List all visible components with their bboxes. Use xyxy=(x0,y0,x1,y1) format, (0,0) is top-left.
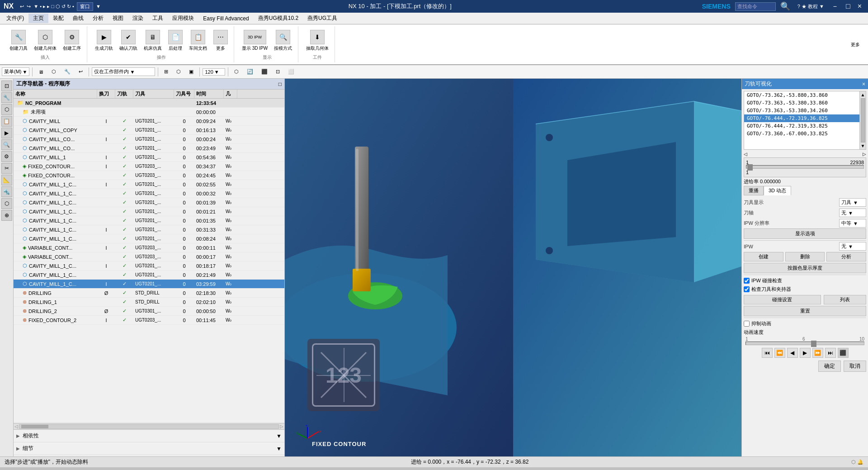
table-row[interactable]: ⊗DRILLING Ø ✓ STD_DRILL 0 02:18:30 W₀ xyxy=(14,289,284,298)
toolbar-icon2[interactable]: ⬡ xyxy=(48,67,59,76)
suppress-anim-checkbox[interactable] xyxy=(744,321,750,327)
sidebar-icon-11[interactable]: ⬡ xyxy=(1,198,12,209)
ipw-section-dropdown[interactable]: 无 ▼ xyxy=(839,242,866,251)
tree-hscroll[interactable]: ◁ ▷ xyxy=(14,423,284,429)
dependency-expand-icon[interactable]: ▼ xyxy=(276,433,282,439)
sidebar-icon-10[interactable]: 🔩 xyxy=(1,186,12,197)
search-icon[interactable]: 🔍 xyxy=(778,1,793,11)
goto-right-arrow[interactable]: ▷ xyxy=(863,152,866,157)
op-tree-expand[interactable]: □ xyxy=(278,81,282,87)
table-row[interactable]: ⊗DRILLING_2 Ø ✓ UGT0301_... 0 00:00:50 W… xyxy=(14,307,284,316)
sidebar-icon-12[interactable]: ⊕ xyxy=(1,210,12,221)
goto-scroll-down[interactable]: ▼ xyxy=(861,143,865,148)
toolbar-icon5[interactable]: ⊞ xyxy=(161,67,171,76)
window-dropdown-arrow[interactable]: ▼ xyxy=(96,4,101,9)
filter-dropdown[interactable]: 仅在工作部件内 ▼ xyxy=(92,67,155,76)
pb-step-back[interactable]: ◀ xyxy=(787,348,798,358)
minimize-btn[interactable]: － xyxy=(829,2,841,11)
mode-btn[interactable]: 🔍 按模方式 xyxy=(272,28,294,53)
toolbar-undo[interactable]: ↩ xyxy=(20,4,24,9)
menu-yanxiu2[interactable]: 燕秀UG工具 xyxy=(303,14,342,23)
table-row[interactable]: ◈FIXED_CONTOUR... ✓ UGT0203_... 0 00:24:… xyxy=(14,171,284,180)
sidebar-icon-5[interactable]: ▶ xyxy=(1,128,12,138)
display-options-btn[interactable]: 显示选项 xyxy=(744,228,866,239)
tool-viz-close[interactable]: × xyxy=(862,81,865,87)
color-display-btn[interactable]: 按颜色显示厚度 xyxy=(744,263,866,273)
create-tool-btn[interactable]: 🔧 创建刀具 xyxy=(7,28,30,53)
toolbar-icon6[interactable]: ⬡ xyxy=(173,67,184,76)
sidebar-icon-7[interactable]: ⚙ xyxy=(1,151,12,162)
menu-home[interactable]: 主页 xyxy=(28,14,48,23)
zoom-dropdown[interactable]: 120 ▼ xyxy=(203,68,225,76)
sidebar-icon-2[interactable]: 🔧 xyxy=(1,92,12,103)
toolbar-icon1[interactable]: 🖥 xyxy=(35,68,47,76)
shop-doc-btn[interactable]: 📋 车间文档 xyxy=(187,28,209,53)
menu-view[interactable]: 视图 xyxy=(108,14,128,23)
table-row[interactable]: ◈VARIABLE_CONT... I ✓ UGT0203_... 0 00:0… xyxy=(14,243,284,252)
menu-dropdown[interactable]: 菜单(M) ▼ xyxy=(2,67,29,76)
table-row[interactable]: ⬡CAVITY_MILL_1_C... I ✓ UGT0201_... 0 00… xyxy=(14,180,284,189)
table-row[interactable]: ⬡CAVITY_MILL_1_C... I ✓ UGT0201_... 0 00… xyxy=(14,261,284,271)
table-row[interactable]: ⬡CAVITY_MILL_1_C... ✓ UGT0201_... 0 00:0… xyxy=(14,189,284,198)
table-row[interactable]: ⬡CAVITY_MILL_1_C... I ✓ UGT0201_... 0 00… xyxy=(14,225,284,234)
menu-assembly[interactable]: 装配 xyxy=(48,14,68,23)
pb-rewind-start[interactable]: ⏮ xyxy=(762,348,773,358)
toolbar-icon4[interactable]: ↩ xyxy=(75,67,86,76)
table-row[interactable]: ◈VARIABLE_CONT... ✓ UGT0203_... 0 00:00:… xyxy=(14,252,284,261)
show-3d-ipw-btn[interactable]: 3D IPW 显示 3D IPW xyxy=(240,28,270,53)
progress-thumb[interactable] xyxy=(747,164,753,171)
pb-fwd-end[interactable]: ⏭ xyxy=(825,348,836,358)
table-row[interactable]: ⊗DRILLING_1 ✓ STD_DRILL 0 02:02:10 W₀ xyxy=(14,298,284,307)
verify-path-btn[interactable]: ✔ 确认刀轨 xyxy=(117,28,140,53)
menu-file[interactable]: 文件(F) xyxy=(2,14,28,23)
menu-easyfill[interactable]: Easy Fill Advanced xyxy=(198,14,253,23)
table-row[interactable]: ⊗FIXED_CONTOUR_2 I ✓ UGT0203_... 0 00:11… xyxy=(14,316,284,325)
goto-item-selected[interactable]: GOTO/-76.444,-72.319,36.825 xyxy=(744,114,866,122)
table-row[interactable]: 📁NC_PROGRAM 12:33:54 xyxy=(14,99,284,108)
table-row[interactable]: ⬡CAVITY_MILL_CO... I ✓ UGT0201_... 0 00:… xyxy=(14,135,284,144)
menu-render[interactable]: 渲染 xyxy=(128,14,148,23)
sidebar-icon-8[interactable]: ✂ xyxy=(1,163,12,174)
speed-thumb[interactable] xyxy=(811,341,816,347)
table-row[interactable]: ⬡CAVITY_MILL_1 I ✓ UGT0201_... 0 00:54:3… xyxy=(14,153,284,162)
ipw-res-dropdown[interactable]: 中等 ▼ xyxy=(839,219,866,228)
create-geom-btn[interactable]: ⬡ 创建几何体 xyxy=(32,28,59,53)
toolbar-view5[interactable]: ⬜ xyxy=(285,67,297,76)
sidebar-icon-1[interactable]: ⊡ xyxy=(1,81,12,91)
table-row[interactable]: ⬡CAVITY_MILL_CO... ✓ UGT0201_... 0 00:23… xyxy=(14,144,284,153)
pb-next[interactable]: ⏩ xyxy=(812,348,823,358)
dependency-row[interactable]: ▶ 相依性 ▼ xyxy=(14,430,284,442)
table-row[interactable]: ⬡CAVITY_MILL_1_C... I ✓ UGT0201_... 0 03… xyxy=(14,280,284,289)
tab-replay[interactable]: 重播 xyxy=(744,186,764,195)
table-row[interactable]: ⬡CAVITY_MILL_COPY ✓ UGT0201_... 0 00:16:… xyxy=(14,126,284,135)
pb-stop[interactable]: ⬛ xyxy=(838,348,849,358)
more-op-btn[interactable]: ⋯ 更多 xyxy=(211,28,230,53)
toolbar-view3[interactable]: ⬛ xyxy=(258,67,271,76)
sidebar-icon-3[interactable]: ⬡ xyxy=(1,104,12,115)
menu-curve[interactable]: 曲线 xyxy=(68,14,88,23)
create-btn[interactable]: 创建 xyxy=(744,252,783,261)
table-row[interactable]: ⬡CAVITY_MILL_1_C... ✓ UGT0201_... 0 00:0… xyxy=(14,234,284,243)
detail-expand-icon[interactable]: ▼ xyxy=(276,446,282,452)
pb-prev[interactable]: ⏪ xyxy=(774,348,785,358)
sim-btn[interactable]: 🖥 机床仿真 xyxy=(142,28,164,53)
reset-btn[interactable]: 重置 xyxy=(744,306,866,316)
extract-geom-btn[interactable]: ⬇ 抽取几何体 xyxy=(304,28,331,53)
more-right-btn[interactable]: 更多 xyxy=(846,39,864,49)
goto-item[interactable]: GOTO/-73.363,-53.380,34.260 xyxy=(744,107,866,114)
goto-item[interactable]: GOTO/-73.362,-53.880,33.860 xyxy=(744,91,866,99)
generate-path-btn[interactable]: ▶ 生成刀轨 xyxy=(93,28,115,53)
analyze-btn[interactable]: 分析 xyxy=(826,252,866,261)
search-box[interactable]: 查找命令 xyxy=(735,2,776,11)
goto-item[interactable]: GOTO/-73.363,-53.380,33.860 xyxy=(744,99,866,107)
table-row[interactable]: ⬡CAVITY_MILL_1_C... ✓ UGT0201_... 0 00:0… xyxy=(14,216,284,225)
confirm-btn[interactable]: 确定 xyxy=(818,361,841,372)
toolbar-view1[interactable]: ⬡ xyxy=(231,67,242,76)
shaft-dropdown[interactable]: 无 ▼ xyxy=(839,209,866,217)
toolbar-redo[interactable]: ↪ xyxy=(27,4,31,9)
collision-settings-btn[interactable]: 碰撞设置 xyxy=(744,295,821,304)
toolbar-icon7[interactable]: ▣ xyxy=(186,67,197,76)
ipw-collision-checkbox[interactable] xyxy=(744,278,750,284)
table-row[interactable]: ⬡CAVITY_MILL I ✓ UGT0201_... 0 00:09:24 … xyxy=(14,117,284,126)
table-row[interactable]: ⬡CAVITY_MILL_1_C... ✓ UGT0201_... 0 00:0… xyxy=(14,207,284,216)
